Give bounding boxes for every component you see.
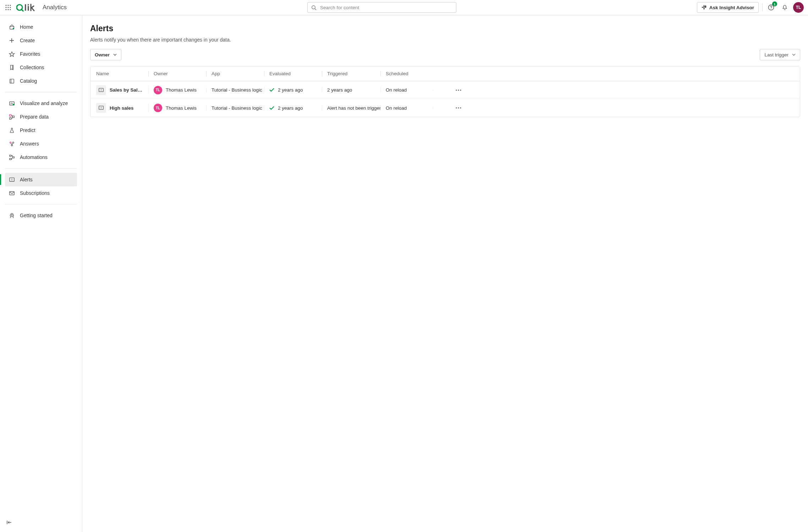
sidebar-item-automations[interactable]: Automations xyxy=(5,150,77,164)
table-row[interactable]: High sales TL Thomas Lewis Tutorial - Bu… xyxy=(90,99,800,117)
sidebar-item-getting-started[interactable]: Getting started xyxy=(5,209,77,222)
svg-point-4 xyxy=(7,7,9,8)
svg-point-45 xyxy=(458,89,459,91)
notifications-button[interactable] xyxy=(780,2,790,12)
rocket-icon xyxy=(9,213,15,219)
mail-icon xyxy=(9,190,15,196)
sidebar-item-label: Catalog xyxy=(20,78,37,84)
svg-point-2 xyxy=(10,5,11,6)
sidebar-item-answers[interactable]: Answers xyxy=(5,137,77,150)
collapse-sidebar-button[interactable] xyxy=(6,520,76,525)
svg-point-37 xyxy=(11,180,12,181)
sidebar-item-predict[interactable]: Predict xyxy=(5,124,77,137)
sidebar-item-home[interactable]: Home xyxy=(5,20,77,34)
plus-icon xyxy=(9,38,15,43)
sort-label: Last trigger xyxy=(764,52,788,57)
svg-point-49 xyxy=(101,108,101,109)
help-button[interactable]: 1 xyxy=(766,2,776,12)
scheduled-value: On reload xyxy=(386,87,407,93)
sidebar-item-alerts[interactable]: Alerts xyxy=(5,173,77,186)
sidebar-item-label: Subscriptions xyxy=(20,190,50,196)
help-badge: 1 xyxy=(772,1,777,6)
search-icon xyxy=(311,5,317,10)
scheduled-value: On reload xyxy=(386,105,407,111)
top-header: Analytics Ask Insight Advisor 1 TL xyxy=(0,0,808,15)
data-icon xyxy=(9,114,15,120)
bell-icon xyxy=(782,5,788,11)
svg-point-50 xyxy=(456,107,457,108)
svg-rect-22 xyxy=(10,79,13,83)
sort-dropdown[interactable]: Last trigger xyxy=(760,49,800,60)
svg-rect-26 xyxy=(9,114,11,116)
sidebar-item-label: Prepare data xyxy=(20,114,49,120)
column-header-scheduled[interactable]: Scheduled xyxy=(380,71,433,76)
page-title: Alerts xyxy=(90,24,800,33)
column-header-triggered[interactable]: Triggered xyxy=(322,71,380,76)
owner-filter-dropdown[interactable]: Owner xyxy=(90,49,121,60)
search-box[interactable] xyxy=(307,2,456,13)
sidebar-item-create[interactable]: Create xyxy=(5,34,77,47)
brand-product-label: Analytics xyxy=(43,4,67,11)
dots-icon xyxy=(456,107,461,109)
svg-point-29 xyxy=(10,142,11,143)
owner-name: Thomas Lewis xyxy=(166,105,197,111)
alert-row-icon xyxy=(96,85,106,95)
star-icon xyxy=(9,51,15,57)
sidebar-item-favorites[interactable]: Favorites xyxy=(5,47,77,61)
sidebar-item-label: Favorites xyxy=(20,51,40,57)
svg-point-30 xyxy=(12,142,14,143)
app-launcher-icon[interactable] xyxy=(4,4,12,11)
svg-point-44 xyxy=(456,89,457,91)
sidebar-item-subscriptions[interactable]: Subscriptions xyxy=(5,186,77,200)
column-header-owner[interactable]: Owner xyxy=(148,71,206,76)
svg-rect-32 xyxy=(9,155,11,156)
home-icon xyxy=(9,24,15,30)
alert-icon xyxy=(9,177,15,183)
owner-avatar: TL xyxy=(154,104,162,112)
column-header-evaluated[interactable]: Evaluated xyxy=(264,71,322,76)
sidebar-divider xyxy=(5,168,77,169)
avatar-initials: TL xyxy=(796,5,801,10)
column-header-app[interactable]: App xyxy=(206,71,264,76)
row-actions-menu[interactable] xyxy=(456,107,461,109)
ask-insight-advisor-button[interactable]: Ask Insight Advisor xyxy=(697,2,759,13)
table-row[interactable]: Sales by SalesOff… TL Thomas Lewis Tutor… xyxy=(90,81,800,99)
sidebar-item-catalog[interactable]: Catalog xyxy=(5,74,77,88)
header-right: Ask Insight Advisor 1 TL xyxy=(697,2,804,13)
svg-point-39 xyxy=(11,214,12,215)
alert-name: High sales xyxy=(110,105,134,111)
app-name: Tutorial - Business logic xyxy=(211,105,262,111)
alert-row-icon xyxy=(96,103,106,113)
svg-point-3 xyxy=(5,7,6,8)
svg-point-6 xyxy=(5,9,6,10)
check-icon xyxy=(269,88,274,92)
answers-icon xyxy=(9,141,15,147)
chevron-down-icon xyxy=(792,54,796,56)
svg-rect-12 xyxy=(28,6,29,11)
chart-icon xyxy=(9,100,15,106)
catalog-icon xyxy=(9,78,15,84)
svg-point-0 xyxy=(5,5,6,6)
svg-point-1 xyxy=(7,5,9,6)
brand-logo[interactable]: Analytics xyxy=(16,3,67,12)
row-actions-menu[interactable] xyxy=(456,89,461,91)
chevron-down-icon xyxy=(113,54,117,56)
alerts-table: Name Owner App Evaluated Triggered Sched… xyxy=(90,66,800,117)
sidebar-item-collections[interactable]: Collections xyxy=(5,61,77,74)
user-avatar[interactable]: TL xyxy=(793,2,804,13)
header-divider xyxy=(762,4,763,11)
sidebar-divider xyxy=(5,92,77,92)
app-name: Tutorial - Business logic xyxy=(211,87,262,93)
alert-name: Sales by SalesOff… xyxy=(110,87,143,93)
sidebar-item-label: Home xyxy=(20,24,33,30)
dots-icon xyxy=(456,89,461,91)
sidebar-divider xyxy=(5,204,77,204)
search-input[interactable] xyxy=(319,5,452,11)
sidebar-item-visualize[interactable]: Visualize and analyze xyxy=(5,97,77,110)
sidebar-item-prepare[interactable]: Prepare data xyxy=(5,110,77,124)
triggered-value: Alert has not been triggered xyxy=(327,105,380,111)
svg-point-14 xyxy=(312,5,315,9)
svg-point-31 xyxy=(11,144,12,146)
automation-icon xyxy=(9,154,15,160)
column-header-name[interactable]: Name xyxy=(90,71,148,76)
